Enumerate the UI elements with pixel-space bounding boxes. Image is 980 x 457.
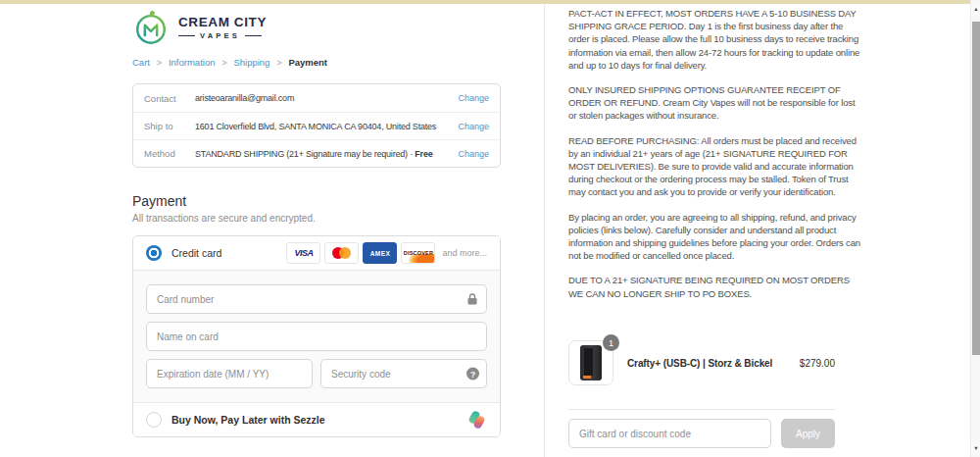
top-accent-bar — [0, 0, 970, 4]
change-contact-link[interactable]: Change — [458, 93, 489, 103]
brand-subtitle: VAPES — [178, 31, 267, 40]
discover-icon: DISCOVER — [401, 242, 435, 264]
breadcrumb-separator-icon: > — [157, 58, 162, 68]
visa-icon: VISA — [286, 242, 320, 264]
breadcrumb-separator-icon: > — [276, 58, 281, 68]
shipping-policy-text: PACT-ACT IN EFFECT, MOST ORDERS HAVE A 5… — [568, 7, 864, 312]
breadcrumb: Cart > Information > Shipping > Payment — [132, 57, 501, 68]
method-value: STANDARD SHIPPING (21+ Signature may be … — [195, 149, 458, 159]
cart-line-item: 1 Crafty+ (USB-C) | Storz & Bickel $279.… — [568, 340, 835, 385]
lock-icon — [466, 293, 478, 306]
method-text: STANDARD SHIPPING (21+ Signature may be … — [195, 149, 413, 159]
name-on-card-field — [146, 322, 487, 351]
policy-paragraph: PACT-ACT IN EFFECT, MOST ORDERS HAVE A 5… — [568, 7, 864, 72]
store-logo[interactable]: CREAM CITY VAPES — [132, 8, 501, 47]
sezzle-label: Buy Now, Pay Later with Sezzle — [172, 414, 458, 426]
contact-label: Contact — [144, 93, 195, 104]
breadcrumb-cart[interactable]: Cart — [132, 57, 150, 68]
change-method-link[interactable]: Change — [458, 149, 489, 159]
order-summary-box: Contact aristeoaranilla@gmail.com Change… — [132, 83, 501, 168]
breadcrumb-separator-icon: > — [221, 58, 226, 68]
brand-name: CREAM CITY — [178, 15, 267, 29]
sezzle-option-row[interactable]: Buy Now, Pay Later with Sezzle — [133, 403, 500, 436]
policy-paragraph: ONLY INSURED SHIPPING OPTIONS GUARANTEE … — [568, 83, 864, 123]
quantity-badge: 1 — [603, 334, 619, 351]
expiration-input[interactable] — [146, 359, 313, 388]
scrollbar-up-icon[interactable]: ▲ — [971, 2, 980, 16]
amex-icon: AMEX — [363, 242, 397, 264]
summary-row-method: Method STANDARD SHIPPING (21+ Signature … — [133, 139, 500, 167]
summary-row-contact: Contact aristeoaranilla@gmail.com Change — [133, 84, 500, 112]
credit-card-radio[interactable] — [146, 245, 162, 261]
card-number-field — [146, 284, 487, 314]
product-price: $279.00 — [800, 358, 835, 369]
breadcrumb-information[interactable]: Information — [169, 57, 216, 68]
credit-card-form: ? — [133, 270, 500, 403]
gift-card-input[interactable] — [568, 419, 771, 448]
divider — [568, 409, 835, 410]
scrollbar-thumb[interactable] — [972, 22, 980, 355]
and-more-label: and more... — [442, 248, 487, 258]
payment-section-title: Payment — [132, 193, 501, 209]
logo-dash — [178, 35, 195, 36]
breadcrumb-payment-current: Payment — [288, 57, 327, 68]
product-thumbnail: 1 — [568, 340, 613, 385]
brand-sub-text: VAPES — [200, 31, 240, 40]
method-label: Method — [144, 148, 195, 159]
summary-row-ship-to: Ship to 1601 Cloverfield Blvd, SANTA MON… — [133, 112, 500, 139]
apply-button[interactable]: Apply — [781, 419, 835, 448]
checkout-content: CREAM CITY VAPES Cart > Information > Sh… — [132, 0, 501, 437]
order-sidebar: PACT-ACT IN EFFECT, MOST ORDERS HAVE A 5… — [545, 0, 970, 457]
card-brand-icons: VISA AMEX DISCOVER and more... — [286, 242, 487, 264]
expiry-security-row: ? — [146, 359, 487, 388]
policy-paragraph: By placing an order, you are agreeing to… — [568, 211, 864, 263]
security-code-field: ? — [320, 359, 487, 388]
logo-icon — [132, 9, 170, 46]
expiration-field — [146, 359, 313, 388]
ship-to-label: Ship to — [144, 121, 195, 131]
payment-section-subtitle: All transactions are secure and encrypte… — [132, 213, 501, 224]
checkout-left-pane: CREAM CITY VAPES Cart > Information > Sh… — [0, 0, 545, 457]
policy-paragraph: DUE TO A 21+ SIGNATURE BEING REQUIRED ON… — [568, 274, 864, 299]
contact-value: aristeoaranilla@gmail.com — [195, 93, 458, 103]
gift-card-row: Apply — [568, 419, 835, 448]
change-ship-to-link[interactable]: Change — [458, 122, 489, 131]
vertical-scrollbar[interactable]: ▲ ▼ — [970, 0, 980, 457]
sezzle-icon — [467, 410, 487, 430]
ship-to-value: 1601 Cloverfield Blvd, SANTA MONICA CA 9… — [195, 122, 458, 131]
product-title: Crafty+ (USB-C) | Storz & Bickel — [627, 358, 786, 369]
vaporizer-image — [580, 345, 602, 381]
breadcrumb-shipping[interactable]: Shipping — [233, 57, 270, 68]
credit-card-label: Credit card — [172, 247, 276, 259]
method-free: Free — [415, 149, 432, 159]
scrollbar-down-icon[interactable]: ▼ — [971, 441, 980, 455]
security-code-help-icon[interactable]: ? — [466, 368, 479, 381]
mastercard-icon — [324, 242, 359, 264]
security-code-input[interactable] — [320, 359, 487, 388]
policy-paragraph: READ BEFORE PURCHASING: All orders must … — [568, 134, 864, 199]
name-on-card-input[interactable] — [146, 322, 487, 351]
card-number-input[interactable] — [146, 284, 487, 314]
checkout-page: CREAM CITY VAPES Cart > Information > Sh… — [0, 0, 970, 457]
sezzle-radio[interactable] — [146, 412, 162, 428]
credit-card-option-row[interactable]: Credit card VISA AMEX DISCOVER and more.… — [133, 236, 500, 270]
logo-text: CREAM CITY VAPES — [178, 15, 267, 40]
logo-dash — [245, 35, 262, 36]
payment-methods-box: Credit card VISA AMEX DISCOVER and more.… — [132, 235, 501, 437]
